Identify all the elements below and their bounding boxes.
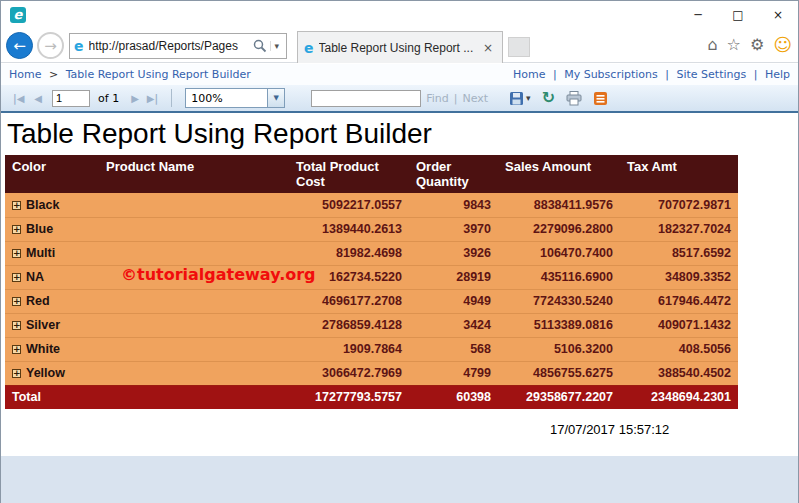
link-separator: | [553, 68, 557, 81]
tab-title: Table Report Using Report ... [319, 41, 480, 55]
order-qty-cell: 9843 [409, 193, 498, 217]
breadcrumb-current-link[interactable]: Table Report Using Report Builder [66, 68, 251, 81]
total-cost-cell: 1909.7864 [289, 337, 409, 361]
total-qty-cell: 60398 [409, 385, 498, 409]
expand-plus-icon[interactable]: + [12, 201, 21, 210]
color-name: Red [26, 294, 50, 308]
site-settings-link[interactable]: Site Settings [676, 68, 746, 81]
browser-tab[interactable]: e Table Report Using Report ... × [297, 31, 503, 63]
minimize-button[interactable]: ─ [678, 1, 718, 29]
tax-amt-cell: 34809.3352 [620, 265, 738, 289]
export-save-icon[interactable]: ▾ [509, 91, 531, 106]
export-dropdown-icon: ▾ [526, 93, 531, 103]
find-text-input[interactable] [311, 90, 421, 107]
color-name: White [26, 342, 60, 356]
order-qty-cell: 3970 [409, 217, 498, 241]
breadcrumb-home-link[interactable]: Home [9, 68, 41, 81]
expand-plus-icon[interactable]: + [12, 297, 21, 306]
order-qty-cell: 28919 [409, 265, 498, 289]
printer-icon [566, 91, 582, 106]
close-button[interactable]: × [758, 1, 798, 29]
order-qty-cell: 4949 [409, 289, 498, 313]
find-button[interactable]: Find [426, 92, 449, 105]
forward-button[interactable]: → [37, 32, 64, 59]
back-button[interactable]: ← [6, 32, 33, 59]
color-cell: +NA [5, 265, 99, 289]
color-cell: +Silver [5, 313, 99, 337]
zoom-dropdown[interactable]: 100% ▼ [185, 88, 285, 108]
total-cost-cell: 3066472.7969 [289, 361, 409, 385]
order-qty-cell: 3424 [409, 313, 498, 337]
sales-amount-cell: 106470.7400 [498, 241, 620, 265]
site-links: Home | My Subscriptions | Site Settings … [513, 68, 790, 81]
tax-amt-cell: 182327.7024 [620, 217, 738, 241]
table-row: +White 1909.7864 568 5106.3200 408.5056 [5, 337, 738, 361]
product-name-cell [99, 337, 289, 361]
report-viewer-toolbar: |◀ ◀ of 1 ▶ ▶| 100% ▼ Find | Next ▾ ↻ [1, 85, 798, 113]
column-header-product-name: Product Name [99, 155, 289, 193]
product-name-cell [99, 313, 289, 337]
sales-amount-cell: 8838411.9576 [498, 193, 620, 217]
home-icon[interactable]: ⌂ [707, 35, 717, 55]
breadcrumb-row: Home > Table Report Using Report Builder… [1, 64, 798, 85]
color-cell: +Blue [5, 217, 99, 241]
sales-amount-cell: 5106.3200 [498, 337, 620, 361]
expand-plus-icon[interactable]: + [12, 321, 21, 330]
report-table: Color Product Name Total Product Cost Or… [5, 155, 738, 409]
orange-report-icon [593, 91, 608, 106]
home-link[interactable]: Home [513, 68, 545, 81]
link-separator: | [665, 68, 669, 81]
refresh-icon[interactable]: ↻ [542, 90, 555, 106]
column-header-sales-amount: Sales Amount [498, 155, 620, 193]
color-name: Black [26, 198, 59, 212]
previous-page-button[interactable]: ◀ [34, 93, 42, 104]
page-count-label: of 1 [98, 92, 119, 105]
last-page-button[interactable]: ▶| [147, 93, 158, 104]
expand-plus-icon[interactable]: + [12, 249, 21, 258]
data-feed-icon[interactable] [593, 91, 608, 106]
help-link[interactable]: Help [765, 68, 790, 81]
color-name: Blue [26, 222, 53, 236]
expand-plus-icon[interactable]: + [12, 369, 21, 378]
find-next-button[interactable]: Next [462, 92, 488, 105]
search-icon[interactable] [252, 38, 268, 54]
gear-icon[interactable]: ⚙ [750, 35, 764, 55]
report-title: Table Report Using Report Builder [7, 118, 798, 150]
expand-plus-icon[interactable]: + [12, 273, 21, 282]
print-icon[interactable] [566, 91, 582, 106]
table-row: +Silver 2786859.4128 3424 5113389.0816 4… [5, 313, 738, 337]
sales-amount-cell: 5113389.0816 [498, 313, 620, 337]
total-tax-cell: 2348694.2301 [620, 385, 738, 409]
toolbar-divider [171, 89, 172, 107]
table-total-row: Total 17277793.5757 60398 29358677.2207 … [5, 385, 738, 409]
smiley-feedback-icon[interactable]: ☺ [773, 35, 792, 55]
my-subscriptions-link[interactable]: My Subscriptions [564, 68, 658, 81]
navigation-bar: ← → e http://prasad/Reports/Pages ▾ e Ta… [1, 29, 798, 63]
chevron-down-icon: ▼ [267, 89, 284, 107]
floppy-disk-icon [509, 91, 524, 106]
new-tab-button[interactable] [508, 37, 530, 57]
expand-plus-icon[interactable]: + [12, 345, 21, 354]
next-page-button[interactable]: ▶ [131, 93, 139, 104]
watermark-text: ©tutorialgateway.org [121, 265, 316, 284]
favorites-star-icon[interactable]: ☆ [727, 35, 741, 55]
column-header-color: Color [5, 155, 99, 193]
total-cost-cell: 81982.4698 [289, 241, 409, 265]
address-dropdown-icon[interactable]: ▾ [270, 41, 282, 51]
order-qty-cell: 3926 [409, 241, 498, 265]
tab-close-icon[interactable]: × [480, 41, 496, 55]
first-page-button[interactable]: |◀ [13, 93, 24, 104]
maximize-button[interactable]: □ [718, 1, 758, 29]
table-row: +Blue 1389440.2613 3970 2279096.2800 182… [5, 217, 738, 241]
expand-plus-icon[interactable]: + [12, 225, 21, 234]
total-product-name-cell [99, 385, 289, 409]
page-number-input[interactable] [52, 90, 90, 107]
app-icon: e [10, 7, 26, 23]
color-cell: +Red [5, 289, 99, 313]
tax-amt-cell: 8517.6592 [620, 241, 738, 265]
window-controls: ─ □ × [678, 1, 798, 29]
address-bar[interactable]: e http://prasad/Reports/Pages ▾ [69, 33, 287, 59]
total-cost-cell: 2786859.4128 [289, 313, 409, 337]
color-cell: +White [5, 337, 99, 361]
product-name-cell [99, 361, 289, 385]
